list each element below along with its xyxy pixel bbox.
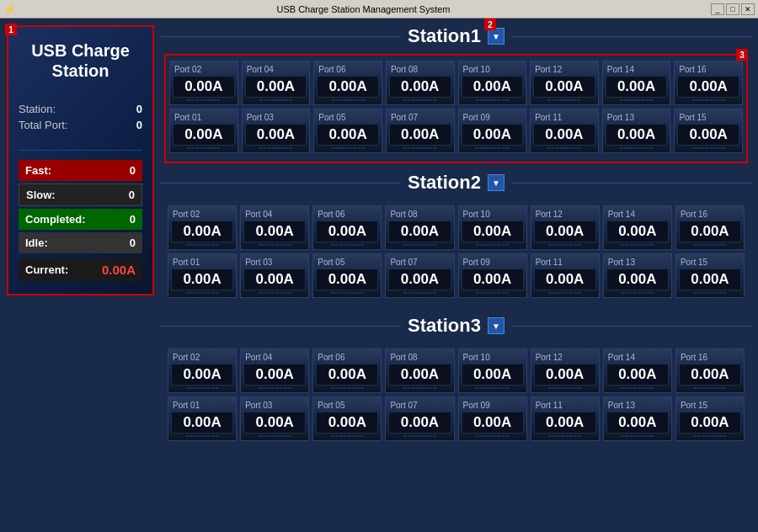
- port-dot-indicator: [565, 244, 568, 246]
- current-row: Current: 0.00A: [19, 258, 142, 281]
- port-label: Port 06: [317, 65, 345, 74]
- port-card-s2-bottom-2[interactable]: Port 050.00A: [312, 253, 382, 298]
- port-dot-indicator: [638, 387, 641, 389]
- station-dropdown-3[interactable]: ▼: [488, 317, 504, 334]
- close-button[interactable]: ✕: [741, 3, 755, 15]
- port-card-s3-bottom-0[interactable]: Port 010.00A: [168, 396, 237, 441]
- port-card-s1-bottom-4[interactable]: Port 090.00A: [458, 109, 527, 153]
- port-card-s2-top-5[interactable]: Port 120.00A: [531, 205, 600, 250]
- port-dot-indicator: [264, 99, 267, 101]
- port-dot-indicator: [420, 99, 424, 101]
- app-logo: ⚡: [3, 3, 16, 15]
- port-dot-indicator: [285, 147, 288, 149]
- port-dot-indicator: [420, 292, 424, 294]
- port-card-s3-bottom-3[interactable]: Port 070.00A: [385, 396, 454, 441]
- port-dot-indicator: [484, 387, 488, 389]
- port-card-s1-bottom-1[interactable]: Port 030.00A: [242, 109, 311, 153]
- port-card-s2-top-4[interactable]: Port 100.00A: [458, 205, 527, 250]
- port-dot-indicator: [275, 435, 279, 437]
- minimize-button[interactable]: _: [711, 3, 724, 15]
- port-card-s2-bottom-1[interactable]: Port 030.00A: [240, 253, 309, 298]
- port-dot-indicator: [621, 387, 624, 389]
- port-dot-indicator: [356, 292, 360, 294]
- port-card-s1-top-0[interactable]: Port 020.00A: [169, 61, 238, 105]
- station-header-1: Station 12▼: [161, 25, 751, 47]
- maximize-button[interactable]: □: [726, 3, 739, 15]
- port-card-s3-top-3[interactable]: Port 080.00A: [385, 348, 454, 393]
- port-card-s2-top-1[interactable]: Port 040.00A: [240, 205, 309, 250]
- port-card-s3-bottom-1[interactable]: Port 030.00A: [240, 396, 309, 441]
- port-card-s2-top-0[interactable]: Port 020.00A: [168, 205, 237, 250]
- port-label: Port 06: [316, 210, 344, 219]
- port-dot-indicator: [705, 147, 708, 149]
- port-card-s2-top-2[interactable]: Port 060.00A: [312, 205, 382, 250]
- port-card-s3-top-5[interactable]: Port 120.00A: [531, 348, 600, 393]
- port-card-s2-top-7[interactable]: Port 160.00A: [675, 205, 745, 250]
- port-card-s1-top-5[interactable]: Port 120.00A: [530, 61, 599, 105]
- port-dot-indicator: [195, 99, 199, 101]
- port-card-s3-bottom-4[interactable]: Port 090.00A: [458, 396, 527, 441]
- port-card-s2-bottom-6[interactable]: Port 130.00A: [603, 253, 672, 298]
- port-card-s3-top-1[interactable]: Port 040.00A: [240, 348, 309, 393]
- port-dot-indicator: [212, 147, 216, 149]
- port-card-s1-top-7[interactable]: Port 160.00A: [674, 61, 743, 105]
- port-dot-indicator: [709, 99, 713, 101]
- port-card-s2-bottom-7[interactable]: Port 150.00A: [675, 253, 745, 298]
- port-card-s1-bottom-7[interactable]: Port 150.00A: [674, 109, 743, 153]
- port-dot-indicator: [267, 244, 270, 246]
- port-card-s1-bottom-6[interactable]: Port 130.00A: [602, 109, 671, 153]
- port-dot-indicator: [339, 292, 343, 294]
- port-label: Port 15: [677, 113, 706, 122]
- status-completed: Completed:0: [19, 209, 142, 230]
- port-card-s2-bottom-0[interactable]: Port 010.00A: [168, 253, 237, 298]
- port-card-s3-bottom-7[interactable]: Port 150.00A: [675, 396, 745, 441]
- port-card-s1-top-4[interactable]: Port 100.00A: [458, 61, 527, 105]
- station-dropdown-2[interactable]: ▼: [488, 174, 504, 191]
- station-dropdown-1[interactable]: ▼: [488, 28, 504, 45]
- port-card-s3-top-4[interactable]: Port 100.00A: [458, 348, 527, 393]
- port-card-s1-bottom-5[interactable]: Port 110.00A: [530, 109, 599, 153]
- port-dot-indicator: [723, 387, 726, 389]
- port-card-s1-top-1[interactable]: Port 040.00A: [242, 61, 311, 105]
- port-card-s2-bottom-5[interactable]: Port 110.00A: [531, 253, 600, 298]
- port-dot-indicator: [203, 387, 206, 389]
- port-card-s2-bottom-3[interactable]: Port 070.00A: [385, 253, 454, 298]
- port-card-s3-bottom-6[interactable]: Port 130.00A: [603, 396, 672, 441]
- port-card-s1-bottom-3[interactable]: Port 070.00A: [386, 109, 455, 153]
- port-value: 0.00A: [317, 124, 379, 146]
- port-dot-indicator: [195, 387, 198, 389]
- port-dot-indicator: [548, 387, 552, 389]
- port-value: 0.00A: [533, 124, 595, 146]
- port-card-s3-top-7[interactable]: Port 160.00A: [675, 348, 745, 393]
- port-dot-indicator: [564, 99, 568, 101]
- port-card-s1-bottom-2[interactable]: Port 050.00A: [313, 109, 382, 153]
- port-card-s3-top-6[interactable]: Port 140.00A: [603, 348, 672, 393]
- port-card-s1-bottom-0[interactable]: Port 010.00A: [169, 109, 238, 153]
- port-dot-indicator: [620, 147, 623, 149]
- port-dot-indicator: [629, 387, 633, 389]
- window-title: USB Charge Station Management System: [16, 4, 711, 14]
- stations-container: Station 12▼3Port 020.00APort 040.00APort…: [161, 25, 751, 450]
- bottom-port-row-3: Port 010.00APort 030.00APort 050.00APort…: [168, 396, 745, 441]
- port-card-s1-top-6[interactable]: Port 140.00A: [602, 61, 671, 105]
- port-card-s2-top-3[interactable]: Port 080.00A: [385, 205, 454, 250]
- port-dot-indicator: [493, 292, 496, 294]
- station-label: Station:: [19, 103, 56, 115]
- port-dot-indicator: [289, 147, 292, 149]
- port-card-s2-bottom-4[interactable]: Port 090.00A: [458, 253, 527, 298]
- port-dot-indicator: [646, 244, 649, 246]
- port-card-s2-top-6[interactable]: Port 140.00A: [603, 205, 672, 250]
- port-dot-indicator: [692, 147, 696, 149]
- port-card-s3-bottom-5[interactable]: Port 110.00A: [531, 396, 600, 441]
- port-dot-indicator: [403, 435, 407, 437]
- port-card-s1-top-2[interactable]: Port 060.00A: [313, 61, 382, 105]
- port-card-s3-top-0[interactable]: Port 020.00A: [168, 348, 237, 393]
- status-idle: Idle:0: [19, 232, 142, 253]
- port-card-s3-bottom-2[interactable]: Port 050.00A: [312, 396, 382, 441]
- port-dot-indicator: [212, 99, 216, 101]
- port-dot-indicator: [493, 99, 496, 101]
- port-card-s3-top-2[interactable]: Port 060.00A: [312, 348, 382, 393]
- port-dot-indicator: [186, 435, 190, 437]
- port-card-s1-top-3[interactable]: Port 080.00A: [386, 61, 455, 105]
- port-dot-indicator: [360, 435, 364, 437]
